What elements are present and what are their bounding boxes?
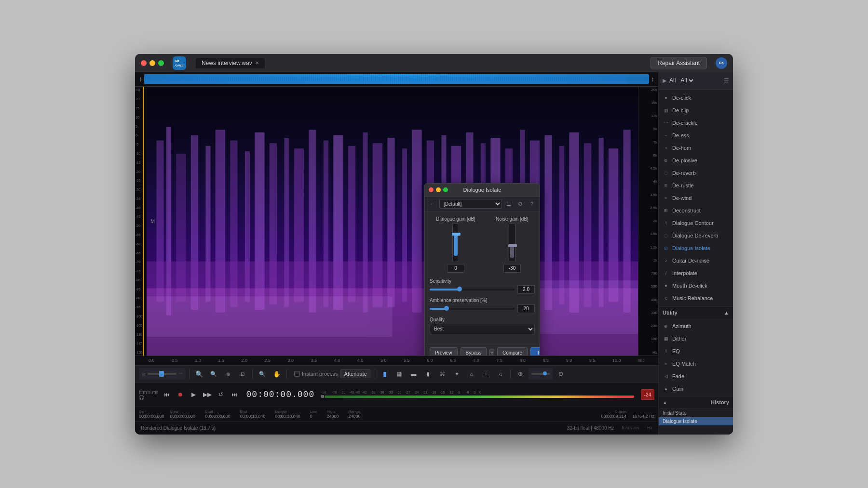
compare-button[interactable]: Compare xyxy=(497,347,528,356)
close-button[interactable] xyxy=(141,60,147,66)
zoom-slider-2[interactable] xyxy=(529,368,553,380)
zoom-slider[interactable] xyxy=(148,373,176,375)
zoom-minus-button[interactable]: ⊖ xyxy=(555,368,567,380)
zoom-plus-button[interactable]: ⊕ xyxy=(514,368,527,380)
repair-assistant-button[interactable]: Repair Assistant xyxy=(651,57,707,69)
select-time-button[interactable]: ▬ xyxy=(407,368,420,380)
modal-fullscreen-button[interactable] xyxy=(443,187,448,192)
bypass-button[interactable]: Bypass xyxy=(461,347,487,356)
utility-section-header[interactable]: Utility ▲ xyxy=(659,306,733,319)
module-item-de-hum[interactable]: ⌁ De-hum xyxy=(659,142,733,154)
module-item-dialogue-isolate[interactable]: ◎ Dialogue Isolate xyxy=(659,242,733,254)
module-item-eq-match[interactable]: ≈ EQ Match xyxy=(659,357,733,370)
module-item-eq[interactable]: ⌇ EQ xyxy=(659,345,733,357)
module-item-de-rustle[interactable]: ≋ De-rustle xyxy=(659,179,733,192)
module-item-de-plosive[interactable]: ⊙ De-plosive xyxy=(659,154,733,167)
selection-color-button[interactable]: ▮ xyxy=(379,368,391,380)
ambience-thumb[interactable] xyxy=(444,306,449,311)
noise-gain-thumb[interactable] xyxy=(508,244,517,247)
preview-button[interactable]: Preview xyxy=(430,347,458,356)
spectrogram: M dB 20 15 10 5 0 -5 -10 -15 -20 -25 -30… xyxy=(135,87,658,356)
history-item-initial[interactable]: Initial State xyxy=(659,409,733,417)
module-item-de-reverb[interactable]: ◌ De-reverb xyxy=(659,167,733,179)
sensitivity-value[interactable]: 2.0 xyxy=(517,285,535,294)
module-item-de-ess[interactable]: ~ De-ess xyxy=(659,129,733,142)
module-item-gain[interactable]: ▲ Gain xyxy=(659,382,733,395)
quality-select[interactable]: Best xyxy=(430,324,535,334)
brush-button[interactable]: ⌂ xyxy=(465,368,478,380)
settings-icon[interactable]: ⚙ xyxy=(515,199,525,209)
module-item-dither[interactable]: ▦ Dither xyxy=(659,332,733,345)
all-select[interactable]: All xyxy=(678,77,695,84)
erase-button[interactable]: ≡ xyxy=(480,368,492,380)
loop-button[interactable]: ↺ xyxy=(216,389,226,400)
expand-icon[interactable]: ▶ xyxy=(663,78,666,84)
play-button[interactable]: ▶ xyxy=(189,389,199,400)
pan-tool-button[interactable]: ✋ xyxy=(271,368,283,380)
select-rect-button[interactable]: ▦ xyxy=(393,368,406,380)
modal-minimize-button[interactable] xyxy=(436,187,441,192)
module-item-dialogue-de-reverb[interactable]: ◌ Dialogue De-reverb xyxy=(659,229,733,242)
ambience-slider[interactable] xyxy=(430,308,515,310)
ambience-value[interactable]: 20 xyxy=(517,304,535,313)
select-freq-button[interactable]: ▮ xyxy=(422,368,434,380)
module-item-music-rebalance[interactable]: ♫ Music Rebalance xyxy=(659,292,733,304)
play-loop-button[interactable]: ▶▶ xyxy=(202,389,213,400)
module-item-de-click[interactable]: ● De-click xyxy=(659,92,733,104)
dialogue-gain-thumb[interactable] xyxy=(452,233,461,236)
module-item-de-wind[interactable]: ≈ De-wind xyxy=(659,192,733,204)
module-item-fade[interactable]: ◁ Fade xyxy=(659,370,733,382)
module-item-azimuth[interactable]: ⊕ Azimuth xyxy=(659,320,733,332)
zoom-freq-in-button[interactable]: 🔍 xyxy=(256,368,269,380)
view-info-group: View 00:00:00.000 xyxy=(170,409,196,419)
module-item-de-clip[interactable]: ▥ De-clip xyxy=(659,104,733,117)
zoom-out-button[interactable]: 🔍 xyxy=(207,368,220,380)
zoom-in-button[interactable]: 🔍 xyxy=(193,368,205,380)
history-up-icon[interactable]: ▲ xyxy=(663,400,667,405)
skip-end-button[interactable]: ⏭ xyxy=(229,389,240,400)
fullscreen-button[interactable] xyxy=(158,60,164,66)
overview-nav-right-icon[interactable]: ↕ xyxy=(649,75,656,83)
module-item-guitar-de-noise[interactable]: ♪ Guitar De-noise xyxy=(659,254,733,267)
modal-back-button[interactable]: ← xyxy=(428,199,437,209)
tab-filename: News interview.wav xyxy=(202,60,252,66)
dialogue-gain-slider[interactable] xyxy=(452,224,459,262)
panel-list-icon[interactable]: ☰ xyxy=(724,77,729,84)
module-item-de-crackle[interactable]: ⋯ De-crackle xyxy=(659,117,733,129)
sensitivity-slider[interactable] xyxy=(430,289,515,290)
zoom-sel-button[interactable]: ⊡ xyxy=(236,368,249,380)
overview-nav-left-icon[interactable]: ↕ xyxy=(137,75,144,83)
help-icon[interactable]: ? xyxy=(527,199,537,209)
module-item-deconstruct[interactable]: ⊞ Deconstruct xyxy=(659,204,733,217)
module-item-spectral-de-noise[interactable]: ~ Spectral De-noise xyxy=(659,304,733,306)
preset-menu-icon[interactable]: ☰ xyxy=(504,199,514,209)
skip-start-button[interactable]: ⏮ xyxy=(162,389,172,400)
module-item-dialogue-contour[interactable]: ⌇ Dialogue Contour xyxy=(659,217,733,229)
waveform-overview-bar[interactable] xyxy=(144,74,649,84)
playhead[interactable] xyxy=(143,87,144,356)
zoom-fit-button[interactable]: ⊕ xyxy=(222,368,234,380)
modal-close-button[interactable] xyxy=(429,187,434,192)
sensitivity-thumb[interactable] xyxy=(457,287,462,291)
instant-process-checkbox[interactable] xyxy=(294,371,300,377)
noise-gain-slider[interactable] xyxy=(509,224,515,262)
module-item-mouth-de-click[interactable]: ● Mouth De-click xyxy=(659,279,733,292)
attenuate-button[interactable]: Attenuate xyxy=(340,369,371,378)
render-button[interactable]: Render xyxy=(530,347,540,356)
modal-footer: Preview Bypass + Compare Render xyxy=(425,344,540,356)
history-item-dialogue-isolate[interactable]: Dialogue Isolate xyxy=(659,417,733,425)
file-tab[interactable]: News interview.wav ✕ xyxy=(196,58,265,68)
lasso-button[interactable]: ⌘ xyxy=(436,368,449,380)
add-button[interactable]: + xyxy=(489,349,494,356)
preset-select[interactable]: [Default] xyxy=(439,199,502,209)
pencil-button[interactable]: ♫ xyxy=(494,368,507,380)
noise-gain-value[interactable]: -30 xyxy=(503,264,521,273)
magic-wand-button[interactable]: ✦ xyxy=(451,368,463,380)
record-button[interactable]: ⏺ xyxy=(175,389,186,400)
dialogue-gain-value[interactable]: 0 xyxy=(447,264,464,273)
minimize-button[interactable] xyxy=(149,60,155,66)
zoom-thumb[interactable] xyxy=(159,371,164,377)
db-clip-indicator[interactable]: -24 xyxy=(641,389,654,400)
module-item-interpolate[interactable]: / Interpolate xyxy=(659,267,733,279)
tab-close-icon[interactable]: ✕ xyxy=(255,60,259,66)
